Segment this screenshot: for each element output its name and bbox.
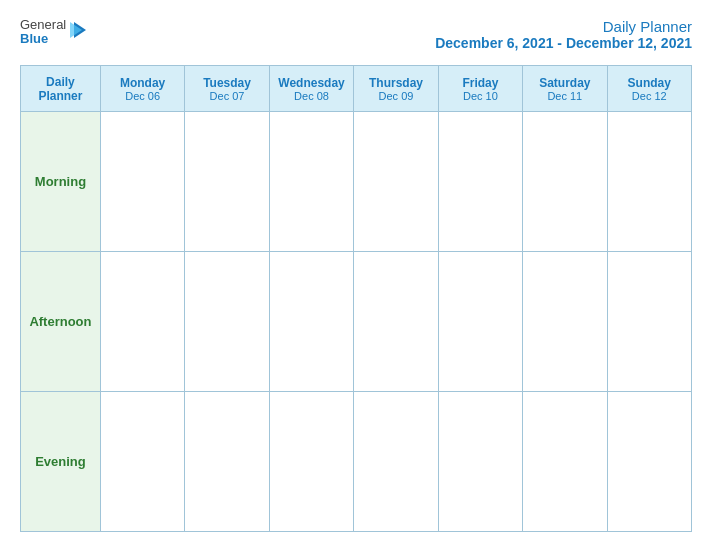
afternoon-thursday[interactable] [354,252,438,392]
evening-saturday[interactable] [523,392,607,532]
top-bar: General Blue Daily Planner December 6, 2… [20,18,692,51]
evening-wednesday[interactable] [269,392,354,532]
morning-friday[interactable] [438,112,522,252]
row-evening: Evening [21,392,692,532]
logo: General Blue [20,18,90,47]
row-label-afternoon: Afternoon [21,252,101,392]
evening-friday[interactable] [438,392,522,532]
header-title: Daily Planner [435,18,692,35]
header-wednesday: Wednesday Dec 08 [269,66,354,112]
table-header-row: Daily Planner Monday Dec 06 Tuesday Dec … [21,66,692,112]
afternoon-sunday[interactable] [607,252,691,392]
morning-sunday[interactable] [607,112,691,252]
header-thursday: Thursday Dec 09 [354,66,438,112]
morning-saturday[interactable] [523,112,607,252]
header-friday: Friday Dec 10 [438,66,522,112]
logo-blue: Blue [20,32,66,46]
logo-general: General [20,18,66,32]
planner-table: Daily Planner Monday Dec 06 Tuesday Dec … [20,65,692,532]
morning-thursday[interactable] [354,112,438,252]
afternoon-tuesday[interactable] [185,252,269,392]
header-saturday: Saturday Dec 11 [523,66,607,112]
evening-tuesday[interactable] [185,392,269,532]
afternoon-saturday[interactable] [523,252,607,392]
evening-sunday[interactable] [607,392,691,532]
logo-icon [68,20,90,46]
header-tuesday: Tuesday Dec 07 [185,66,269,112]
row-label-morning: Morning [21,112,101,252]
afternoon-wednesday[interactable] [269,252,354,392]
header-daily-planner: Daily Planner [21,66,101,112]
afternoon-monday[interactable] [100,252,184,392]
afternoon-friday[interactable] [438,252,522,392]
row-label-evening: Evening [21,392,101,532]
evening-thursday[interactable] [354,392,438,532]
row-afternoon: Afternoon [21,252,692,392]
header-monday: Monday Dec 06 [100,66,184,112]
header-right: Daily Planner December 6, 2021 - Decembe… [435,18,692,51]
header-date-range: December 6, 2021 - December 12, 2021 [435,35,692,51]
morning-wednesday[interactable] [269,112,354,252]
morning-tuesday[interactable] [185,112,269,252]
morning-monday[interactable] [100,112,184,252]
row-morning: Morning [21,112,692,252]
header-sunday: Sunday Dec 12 [607,66,691,112]
evening-monday[interactable] [100,392,184,532]
